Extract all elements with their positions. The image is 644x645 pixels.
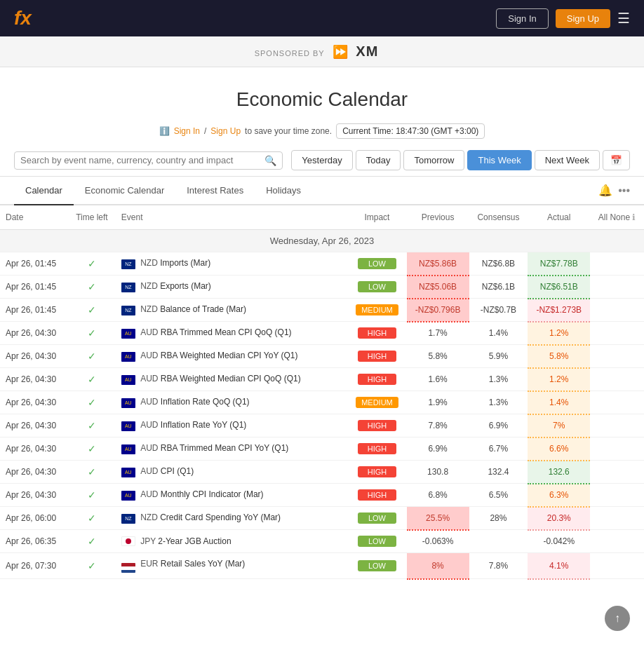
cell-consensus: NZ$6.8B (469, 252, 528, 276)
date-buttons: Yesterday Today Tomorrow This Week Next … (291, 150, 630, 170)
cell-all-none (590, 276, 644, 299)
table-row: Apr 26, 04:30 ✓ AU AUD RBA Weighted Medi… (0, 368, 644, 391)
currency-label: NZD (140, 512, 158, 522)
cell-consensus: 1.4% (469, 322, 528, 345)
currency-label: AUD (140, 443, 158, 453)
timezone-bar: ℹ️ Sign In / Sign Up to save your time z… (0, 118, 644, 144)
event-name: CPI (Q1) (161, 466, 194, 476)
completed-icon: ✓ (88, 397, 96, 408)
cell-date: Apr 26, 01:45 (0, 276, 68, 299)
cell-all-none (590, 322, 644, 345)
cell-previous: 5.8% (407, 345, 469, 368)
cell-date: Apr 26, 04:30 (0, 437, 68, 461)
cell-actual: 4.1% (528, 553, 590, 579)
cell-all-none (590, 437, 644, 461)
cell-event: NZ NZD Credit Card Spending YoY (Mar) (116, 507, 347, 530)
table-container: Date Time left Event Impact Previous Con… (0, 205, 644, 580)
more-options-icon[interactable]: ••• (618, 184, 630, 197)
completed-icon: ✓ (88, 512, 96, 524)
signup-button[interactable]: Sign Up (556, 9, 610, 28)
calendar-picker-button[interactable]: 📅 (603, 150, 630, 170)
cell-check: ✓ (68, 461, 116, 484)
cell-actual: 6.3% (528, 484, 590, 507)
impact-badge: LOW (358, 512, 396, 524)
signin-link[interactable]: Sign In (174, 126, 200, 136)
tab-economic-calendar[interactable]: Economic Calendar (74, 177, 175, 205)
cell-actual: 1.2% (528, 368, 590, 391)
completed-icon: ✓ (88, 304, 96, 315)
cell-all-none (590, 299, 644, 322)
cell-impact: LOW (347, 530, 406, 553)
cell-actual: 6.6% (528, 437, 590, 461)
impact-badge: HIGH (358, 466, 396, 477)
col-actual: Actual (528, 205, 590, 230)
cell-check: ✓ (68, 484, 116, 507)
table-row: Apr 26, 04:30 ✓ AU AUD CPI (Q1) HIGH 130… (0, 461, 644, 484)
cell-actual: -0.042% (528, 530, 590, 553)
xm-logo: ⏩ XM (333, 43, 384, 60)
currency-label: NZD (140, 258, 158, 268)
cell-all-none (590, 368, 644, 391)
col-time-left: Time left (68, 205, 116, 230)
currency-label: AUD (140, 397, 158, 407)
table-row: Apr 26, 04:30 ✓ AU AUD RBA Trimmed Mean … (0, 437, 644, 461)
col-impact: Impact (347, 205, 406, 230)
cell-all-none (590, 461, 644, 484)
table-row: Apr 26, 06:00 ✓ NZ NZD Credit Card Spend… (0, 507, 644, 530)
cell-consensus: -NZ$0.7B (469, 299, 528, 322)
this-week-button[interactable]: This Week (467, 150, 531, 170)
search-input[interactable] (20, 155, 262, 165)
event-name: RBA Trimmed Mean CPI QoQ (Q1) (161, 327, 292, 337)
today-button[interactable]: Today (356, 150, 401, 170)
signin-button[interactable]: Sign In (496, 8, 548, 29)
all-none-label: All None (598, 212, 630, 222)
current-time[interactable]: Current Time: 18:47:30 (GMT +3:00) (336, 123, 485, 139)
cell-event: AU AUD CPI (Q1) (116, 461, 347, 484)
yesterday-button[interactable]: Yesterday (291, 150, 352, 170)
table-row: Apr 26, 04:30 ✓ AU AUD Inflation Rate Qo… (0, 391, 644, 414)
table-row: Apr 26, 04:30 ✓ AU AUD RBA Weighted Medi… (0, 345, 644, 368)
events-table: Date Time left Event Impact Previous Con… (0, 205, 644, 580)
tab-interest-rates[interactable]: Interest Rates (175, 177, 255, 205)
completed-icon: ✓ (88, 560, 96, 571)
cell-previous: 1.9% (407, 391, 469, 414)
xm-brand: XM (356, 43, 378, 60)
tab-calendar[interactable]: Calendar (14, 177, 74, 205)
impact-badge: HIGH (358, 489, 396, 501)
table-row: Apr 26, 04:30 ✓ AU AUD Inflation Rate Yo… (0, 414, 644, 437)
cell-date: Apr 26, 04:30 (0, 345, 68, 368)
cell-impact: MEDIUM (347, 299, 406, 322)
next-week-button[interactable]: Next Week (535, 150, 600, 170)
cell-event: AU AUD RBA Trimmed Mean CPI QoQ (Q1) (116, 322, 347, 345)
bell-icon[interactable]: 🔔 (598, 184, 612, 197)
tomorrow-button[interactable]: Tomorrow (403, 150, 464, 170)
cell-check: ✓ (68, 391, 116, 414)
cell-date: Apr 26, 01:45 (0, 299, 68, 322)
cell-actual: 5.8% (528, 345, 590, 368)
cell-all-none (590, 391, 644, 414)
signup-link[interactable]: Sign Up (210, 126, 241, 136)
impact-badge: HIGH (358, 420, 396, 431)
cell-date: Apr 26, 04:30 (0, 414, 68, 437)
currency-label: AUD (140, 489, 158, 499)
page-title: Economic Calendar (14, 88, 630, 111)
header-nav: Sign In Sign Up ☰ (496, 8, 630, 29)
header: fx Sign In Sign Up ☰ (0, 0, 644, 36)
cell-impact: LOW (347, 252, 406, 276)
event-name: Retail Sales YoY (Mar) (161, 559, 246, 569)
event-name: Exports (Mar) (160, 281, 211, 291)
tabs: Calendar Economic Calendar Interest Rate… (0, 177, 644, 205)
cell-check: ✓ (68, 530, 116, 553)
col-date: Date (0, 205, 68, 230)
cell-actual: 7% (528, 414, 590, 437)
search-icon[interactable]: 🔍 (264, 155, 276, 166)
cell-consensus: 6.9% (469, 414, 528, 437)
cell-event: AU AUD Inflation Rate QoQ (Q1) (116, 391, 347, 414)
date-section-row: Wednesday, Apr 26, 2023 (0, 230, 644, 252)
hamburger-icon[interactable]: ☰ (617, 10, 630, 27)
table-row: Apr 26, 01:45 ✓ NZ NZD Exports (Mar) LOW… (0, 276, 644, 299)
cell-date: Apr 26, 04:30 (0, 322, 68, 345)
cell-check: ✓ (68, 414, 116, 437)
tab-holidays[interactable]: Holidays (255, 177, 312, 205)
cell-date: Apr 26, 01:45 (0, 252, 68, 276)
